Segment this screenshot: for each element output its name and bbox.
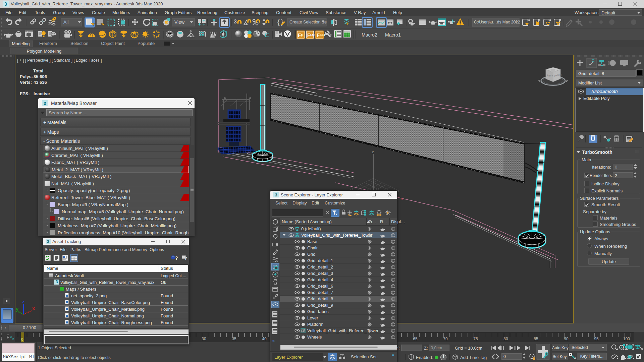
svg-text:C:\Users\u…ds Max 2022: C:\Users\u…ds Max 2022 bbox=[474, 20, 520, 24]
svg-text:3: 3 bbox=[47, 239, 49, 244]
svg-text:F: F bbox=[307, 32, 310, 38]
svg-text:x: x bbox=[401, 197, 403, 201]
svg-text:?: ? bbox=[184, 256, 187, 261]
svg-text:x: x bbox=[32, 305, 35, 311]
svg-text:F: F bbox=[317, 32, 320, 38]
svg-text:z: z bbox=[22, 299, 25, 304]
svg-text:3: 3 bbox=[44, 101, 46, 106]
svg-text:Create Selection Se: Create Selection Se bbox=[289, 20, 327, 24]
svg-text:y: y bbox=[16, 306, 19, 312]
svg-text:p: p bbox=[301, 33, 303, 37]
svg-text:SET: SET bbox=[320, 33, 326, 37]
svg-text:F: F bbox=[298, 32, 301, 38]
svg-text:Macro2: Macro2 bbox=[362, 32, 377, 38]
svg-text:3: 3 bbox=[234, 19, 237, 24]
svg-text:3: 3 bbox=[275, 192, 277, 197]
svg-text:View: View bbox=[174, 19, 185, 25]
svg-text:z: z bbox=[372, 150, 374, 154]
svg-text:?: ? bbox=[175, 255, 178, 261]
svg-text:Macro1: Macro1 bbox=[385, 32, 401, 38]
svg-text:All: All bbox=[63, 19, 69, 25]
svg-text:3: 3 bbox=[4, 1, 7, 7]
